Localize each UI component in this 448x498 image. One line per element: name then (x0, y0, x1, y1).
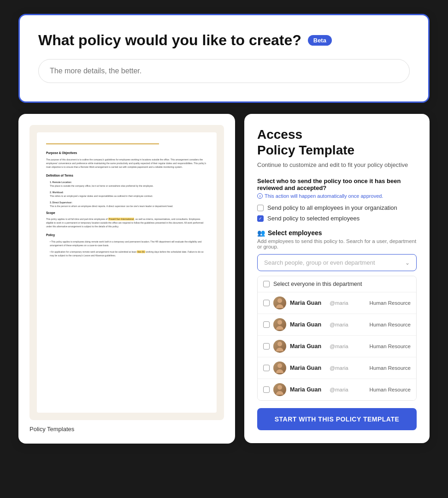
option-all-employees-row[interactable]: Send policy to all employees in your org… (257, 204, 417, 211)
employee-dept-4: Human Resource (370, 365, 411, 371)
employee-checkbox-3[interactable] (263, 343, 270, 350)
doc-term-1: 1. Remote Location: This place is outsid… (46, 180, 207, 188)
start-policy-template-button[interactable]: START WITH THIS POLICY TEMPLATE (257, 408, 417, 430)
auto-note: i This action will happen automatically … (257, 193, 417, 199)
employee-handle-1: @maria (330, 300, 365, 306)
form-subtitle: Continue to customize and edit to fit yo… (257, 161, 417, 168)
add-employees-hint: Add employees to send this policy to. Se… (257, 238, 417, 249)
option-all-employees-label: Send policy to all employees in your org… (267, 204, 397, 211)
employee-name-4: Maria Guan (290, 365, 326, 371)
dept-select-all-label: Select everyone in this department (273, 281, 362, 287)
employee-search-placeholder: Search people, group or even department (264, 259, 375, 266)
avatar (273, 340, 286, 353)
beta-badge: Beta (308, 35, 332, 46)
employee-checkbox-1[interactable] (263, 300, 270, 306)
info-icon: i (257, 193, 263, 199)
employee-checkbox-4[interactable] (263, 365, 270, 371)
form-title: AccessPolicy Template (257, 127, 417, 158)
table-row[interactable]: Maria Guan @maria Human Resource (258, 336, 416, 357)
table-row[interactable]: Maria Guan @maria Human Resource (258, 379, 416, 400)
doc-scope-text: This policy applies to all full-time and… (46, 217, 207, 228)
doc-preview: Purpose & Objectives The purpose of this… (29, 125, 224, 420)
doc-panel-label: Policy Templates (29, 426, 224, 433)
send-section-label: Select who to send the policy too once i… (257, 178, 417, 191)
employee-dept-5: Human Resource (370, 387, 411, 392)
employee-dept-2: Human Resource (370, 322, 411, 327)
search-title: What policy would you like to create? (38, 32, 301, 49)
doc-section-policy-title: Policy (46, 233, 207, 237)
avatar (273, 362, 286, 374)
employee-name-2: Maria Guan (290, 321, 326, 328)
table-row[interactable]: Maria Guan @maria Human Resource (258, 357, 416, 379)
employee-handle-4: @maria (330, 365, 365, 371)
doc-page: Purpose & Objectives The purpose of this… (37, 132, 217, 413)
option-selected-employees-label: Send policy to selected employees (267, 215, 360, 222)
employee-checkbox-5[interactable] (263, 386, 270, 393)
avatar (273, 318, 286, 331)
search-input-wrapper[interactable] (38, 59, 410, 83)
avatar (273, 383, 286, 396)
employee-dept-3: Human Resource (370, 344, 411, 349)
employee-search-dropdown[interactable]: Search people, group or even department … (257, 254, 417, 271)
employee-dept-1: Human Resource (370, 300, 411, 306)
select-employees-label: Select employees (268, 229, 322, 237)
bottom-row: Purpose & Objectives The purpose of this… (18, 114, 430, 444)
doc-section-scope-title: Scope (46, 211, 207, 215)
select-employees-header: 👥 Select employees (257, 229, 417, 237)
employee-name-5: Maria Guan (290, 386, 326, 393)
doc-term-3: 3. Direct Supervisor: This is the person… (46, 201, 207, 208)
table-row[interactable]: Maria Guan @maria Human Resource (258, 292, 416, 314)
employee-handle-5: @maria (330, 387, 365, 392)
search-card: What policy would you like to create? Be… (18, 14, 430, 103)
dept-select-all-checkbox[interactable] (263, 281, 270, 287)
search-title-row: What policy would you like to create? Be… (38, 32, 410, 49)
policy-search-input[interactable] (50, 67, 398, 75)
doc-panel: Purpose & Objectives The purpose of this… (18, 114, 235, 444)
table-row[interactable]: Maria Guan @maria Human Resource (258, 314, 416, 336)
employee-name-1: Maria Guan (290, 300, 326, 306)
employee-handle-3: @maria (330, 344, 365, 349)
employee-name-3: Maria Guan (290, 343, 326, 350)
employees-list: Select everyone in this department Maria… (257, 276, 417, 401)
option-selected-employees-checkbox[interactable] (257, 215, 264, 222)
option-all-employees-checkbox[interactable] (257, 205, 264, 211)
employee-handle-2: @maria (330, 322, 365, 327)
doc-section-terms-title: Definition of Terms (46, 173, 207, 178)
form-panel: AccessPolicy Template Continue to custom… (244, 114, 430, 443)
doc-section-purpose-title: Purpose & Objectives (46, 151, 207, 155)
employee-checkbox-2[interactable] (263, 321, 270, 328)
doc-purpose-text: The purpose of this document is to outli… (46, 158, 207, 169)
dept-header-row[interactable]: Select everyone in this department (258, 276, 416, 292)
doc-header-line (46, 143, 159, 144)
doc-policy-2: • An application for a temporary remote … (46, 250, 207, 257)
chevron-down-icon: ⌄ (405, 260, 410, 266)
option-selected-employees-row[interactable]: Send policy to selected employees (257, 215, 417, 222)
doc-term-2: 2. Workload: This refers to an employee'… (46, 190, 207, 198)
people-icon: 👥 (257, 229, 265, 237)
doc-policy-1: • This policy applies to employees doing… (46, 240, 207, 247)
avatar (273, 296, 286, 309)
